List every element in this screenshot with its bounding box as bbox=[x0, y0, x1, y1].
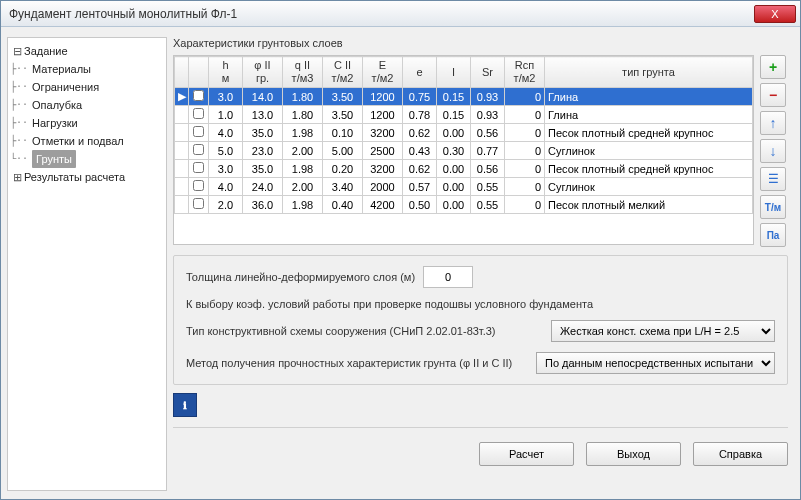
table-row[interactable]: 5.023.02.005.0025000.430.300.770Суглинок bbox=[175, 142, 753, 160]
scheme-select[interactable]: Жесткая конст. схема при L/H = 2.5 bbox=[551, 320, 775, 342]
cell-E[interactable]: 4200 bbox=[363, 196, 403, 214]
column-header[interactable]: C IIт/м2 bbox=[323, 57, 363, 88]
method-select[interactable]: По данным непосредственных испытани bbox=[536, 352, 775, 374]
cell-phi[interactable]: 13.0 bbox=[243, 106, 283, 124]
cell-c[interactable]: 3.40 bbox=[323, 178, 363, 196]
cell-Rcn[interactable]: 0 bbox=[505, 160, 545, 178]
cell-I[interactable]: 0.00 bbox=[437, 160, 471, 178]
row-checkbox[interactable] bbox=[193, 90, 204, 101]
table-row[interactable]: 2.036.01.980.4042000.500.000.550Песок пл… bbox=[175, 196, 753, 214]
tree-root-results[interactable]: ⊞ Результаты расчета bbox=[10, 168, 164, 186]
column-header[interactable]: Eт/м2 bbox=[363, 57, 403, 88]
help-button[interactable]: Справка bbox=[693, 442, 788, 466]
info-button[interactable]: ℹ bbox=[173, 393, 197, 417]
delete-row-button[interactable]: − bbox=[760, 83, 786, 107]
cell-q[interactable]: 1.98 bbox=[283, 124, 323, 142]
collapse-icon[interactable]: ⊟ bbox=[10, 42, 24, 60]
move-down-button[interactable]: ↓ bbox=[760, 139, 786, 163]
cell-c[interactable]: 5.00 bbox=[323, 142, 363, 160]
cell-Rcn[interactable]: 0 bbox=[505, 88, 545, 106]
cell-Sr[interactable]: 0.77 bbox=[471, 142, 505, 160]
cell-E[interactable]: 3200 bbox=[363, 124, 403, 142]
close-button[interactable]: X bbox=[754, 5, 796, 23]
cell-Rcn[interactable]: 0 bbox=[505, 142, 545, 160]
tree-item[interactable]: ├·· Материалы bbox=[10, 60, 164, 78]
units-tm-button[interactable]: T/м bbox=[760, 195, 786, 219]
cell-soil-type[interactable]: Глина bbox=[545, 106, 753, 124]
tree-item[interactable]: ├·· Опалубка bbox=[10, 96, 164, 114]
cell-E[interactable]: 1200 bbox=[363, 106, 403, 124]
cell-soil-type[interactable]: Песок плотный средней крупнос bbox=[545, 160, 753, 178]
move-up-button[interactable]: ↑ bbox=[760, 111, 786, 135]
cell-phi[interactable]: 23.0 bbox=[243, 142, 283, 160]
tree-item[interactable]: ├·· Отметки и подвал bbox=[10, 132, 164, 150]
cell-Rcn[interactable]: 0 bbox=[505, 178, 545, 196]
cell-Sr[interactable]: 0.55 bbox=[471, 196, 505, 214]
cell-e[interactable]: 0.50 bbox=[403, 196, 437, 214]
units-pa-button[interactable]: Па bbox=[760, 223, 786, 247]
cell-phi[interactable]: 35.0 bbox=[243, 124, 283, 142]
row-checkbox[interactable] bbox=[193, 180, 204, 191]
cell-e[interactable]: 0.62 bbox=[403, 160, 437, 178]
cell-soil-type[interactable]: Песок плотный средней крупнос bbox=[545, 124, 753, 142]
row-checkbox[interactable] bbox=[193, 198, 204, 209]
table-row[interactable]: 1.013.01.803.5012000.780.150.930Глина bbox=[175, 106, 753, 124]
row-checkbox[interactable] bbox=[193, 126, 204, 137]
cell-Sr[interactable]: 0.93 bbox=[471, 106, 505, 124]
cell-e[interactable]: 0.78 bbox=[403, 106, 437, 124]
cell-Sr[interactable]: 0.93 bbox=[471, 88, 505, 106]
cell-soil-type[interactable]: Песок плотный мелкий bbox=[545, 196, 753, 214]
cell-c[interactable]: 0.40 bbox=[323, 196, 363, 214]
cell-Rcn[interactable]: 0 bbox=[505, 124, 545, 142]
cell-h[interactable]: 4.0 bbox=[209, 124, 243, 142]
soil-table[interactable]: hмφ IIгр.q IIт/м3C IIт/м2Eт/м2eISrRcпт/м… bbox=[174, 56, 753, 214]
column-header[interactable]: hм bbox=[209, 57, 243, 88]
cell-phi[interactable]: 24.0 bbox=[243, 178, 283, 196]
row-checkbox[interactable] bbox=[193, 108, 204, 119]
cell-q[interactable]: 1.80 bbox=[283, 88, 323, 106]
cell-q[interactable]: 1.98 bbox=[283, 160, 323, 178]
cell-e[interactable]: 0.57 bbox=[403, 178, 437, 196]
cell-phi[interactable]: 36.0 bbox=[243, 196, 283, 214]
thickness-input[interactable] bbox=[423, 266, 473, 288]
cell-h[interactable]: 2.0 bbox=[209, 196, 243, 214]
cell-e[interactable]: 0.43 bbox=[403, 142, 437, 160]
tree-item[interactable]: ├·· Ограничения bbox=[10, 78, 164, 96]
add-row-button[interactable]: + bbox=[760, 55, 786, 79]
cell-soil-type[interactable]: Глина bbox=[545, 88, 753, 106]
cell-h[interactable]: 1.0 bbox=[209, 106, 243, 124]
cell-q[interactable]: 2.00 bbox=[283, 178, 323, 196]
cell-soil-type[interactable]: Суглинок bbox=[545, 178, 753, 196]
cell-Rcn[interactable]: 0 bbox=[505, 196, 545, 214]
table-row[interactable]: 3.035.01.980.2032000.620.000.560Песок пл… bbox=[175, 160, 753, 178]
cell-I[interactable]: 0.15 bbox=[437, 106, 471, 124]
column-header[interactable]: φ IIгр. bbox=[243, 57, 283, 88]
tree-item[interactable]: ├·· Нагрузки bbox=[10, 114, 164, 132]
cell-E[interactable]: 2000 bbox=[363, 178, 403, 196]
tree-item[interactable]: └·· Грунты bbox=[10, 150, 164, 168]
cell-Sr[interactable]: 0.55 bbox=[471, 178, 505, 196]
cell-E[interactable]: 2500 bbox=[363, 142, 403, 160]
cell-c[interactable]: 3.50 bbox=[323, 106, 363, 124]
properties-button[interactable]: ☰ bbox=[760, 167, 786, 191]
table-row[interactable]: ▶3.014.01.803.5012000.750.150.930Глина bbox=[175, 88, 753, 106]
column-header[interactable]: тип грунта bbox=[545, 57, 753, 88]
cell-h[interactable]: 5.0 bbox=[209, 142, 243, 160]
expand-icon[interactable]: ⊞ bbox=[10, 168, 24, 186]
column-header[interactable]: e bbox=[403, 57, 437, 88]
cell-E[interactable]: 3200 bbox=[363, 160, 403, 178]
exit-button[interactable]: Выход bbox=[586, 442, 681, 466]
cell-q[interactable]: 1.80 bbox=[283, 106, 323, 124]
cell-I[interactable]: 0.00 bbox=[437, 124, 471, 142]
cell-h[interactable]: 3.0 bbox=[209, 160, 243, 178]
cell-e[interactable]: 0.75 bbox=[403, 88, 437, 106]
cell-q[interactable]: 2.00 bbox=[283, 142, 323, 160]
cell-Sr[interactable]: 0.56 bbox=[471, 160, 505, 178]
cell-q[interactable]: 1.98 bbox=[283, 196, 323, 214]
calc-button[interactable]: Расчет bbox=[479, 442, 574, 466]
cell-h[interactable]: 4.0 bbox=[209, 178, 243, 196]
cell-c[interactable]: 0.20 bbox=[323, 160, 363, 178]
cell-c[interactable]: 0.10 bbox=[323, 124, 363, 142]
row-checkbox[interactable] bbox=[193, 144, 204, 155]
column-header[interactable]: Sr bbox=[471, 57, 505, 88]
